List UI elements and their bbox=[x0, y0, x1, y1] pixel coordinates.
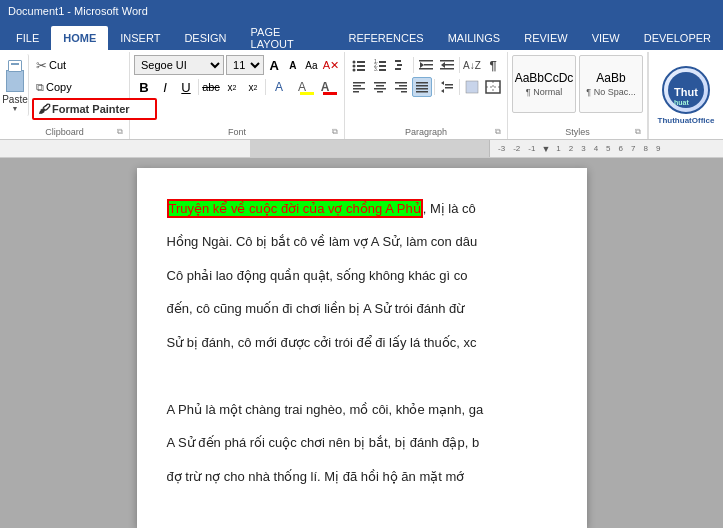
sort-button[interactable]: A↓Z bbox=[462, 55, 482, 75]
paragraph-expand-icon[interactable]: ⧉ bbox=[495, 127, 505, 137]
svg-rect-25 bbox=[353, 88, 365, 90]
superscript-button[interactable]: x2 bbox=[243, 77, 263, 97]
font-grow-button[interactable]: A bbox=[266, 55, 283, 75]
highlight-color-button[interactable]: A bbox=[291, 77, 313, 97]
subscript-button[interactable]: x2 bbox=[222, 77, 242, 97]
copy-icon: ⧉ bbox=[36, 81, 44, 94]
paragraph-6: A Phủ là một chàng trai nghèo, mồ côi, k… bbox=[167, 399, 557, 420]
logo-area: Thut huat ThuthuatOffice bbox=[648, 52, 723, 139]
tab-design[interactable]: DESIGN bbox=[172, 26, 238, 50]
multilevel-list-button[interactable] bbox=[391, 55, 411, 75]
svg-marker-39 bbox=[441, 81, 444, 85]
tab-insert[interactable]: INSERT bbox=[108, 26, 172, 50]
underline-button[interactable]: U bbox=[176, 77, 196, 97]
clipboard-expand-icon[interactable]: ⧉ bbox=[117, 127, 127, 137]
paragraph-spacer bbox=[167, 365, 557, 386]
paragraph-2: Hồng Ngài. Cô bị bắt cô về làm vợ A Sử, … bbox=[167, 231, 557, 252]
tab-review[interactable]: REVIEW bbox=[512, 26, 579, 50]
tab-home[interactable]: HOME bbox=[51, 26, 108, 50]
align-center-button[interactable] bbox=[370, 77, 390, 97]
highlight-icon: A bbox=[298, 80, 306, 94]
cut-label: Cut bbox=[49, 59, 66, 71]
svg-rect-36 bbox=[416, 85, 428, 87]
font-size-select[interactable]: 11.5 bbox=[226, 55, 264, 75]
format-painter-label: Format Painter bbox=[52, 103, 130, 115]
ruler: -3 -2 -1 ▼ 1 2 3 4 5 6 7 8 9 bbox=[0, 140, 723, 158]
copy-label: Copy bbox=[46, 81, 72, 93]
decrease-indent-button[interactable] bbox=[416, 55, 436, 75]
svg-rect-21 bbox=[445, 64, 454, 66]
font-name-select[interactable]: Segoe UI bbox=[134, 55, 224, 75]
increase-indent-button[interactable] bbox=[437, 55, 457, 75]
separator1 bbox=[198, 79, 199, 95]
numbering-button[interactable]: 1.2.3. bbox=[370, 55, 390, 75]
paste-button[interactable]: Paste ▼ bbox=[2, 54, 29, 116]
svg-rect-9 bbox=[379, 65, 386, 67]
svg-rect-18 bbox=[419, 68, 433, 70]
tab-view[interactable]: VIEW bbox=[580, 26, 632, 50]
page[interactable]: Truyện kể về cuộc đời của vợ chồng A Phủ… bbox=[137, 168, 587, 528]
svg-point-4 bbox=[353, 69, 356, 72]
title-bar: Document1 - Microsoft Word bbox=[0, 0, 723, 22]
font-color-button[interactable]: A bbox=[314, 77, 336, 97]
align-right-button[interactable] bbox=[391, 77, 411, 97]
cut-icon: ✂ bbox=[36, 58, 47, 73]
change-case-button[interactable]: Aa bbox=[303, 55, 320, 75]
paragraph-5: Sử bị đánh, cô mới được cởi trói để đi l… bbox=[167, 332, 557, 353]
svg-rect-5 bbox=[357, 69, 365, 71]
svg-text:huat: huat bbox=[674, 99, 689, 106]
separator2 bbox=[265, 79, 266, 95]
svg-point-2 bbox=[353, 65, 356, 68]
svg-rect-41 bbox=[445, 84, 453, 86]
tab-page-layout[interactable]: PAGE LAYOUT bbox=[239, 26, 337, 50]
sep6 bbox=[459, 79, 460, 95]
italic-button[interactable]: I bbox=[155, 77, 175, 97]
paragraph-group-label: Paragraph bbox=[345, 127, 507, 137]
svg-rect-33 bbox=[395, 88, 407, 90]
svg-rect-27 bbox=[374, 82, 386, 84]
font-expand-icon[interactable]: ⧉ bbox=[332, 127, 342, 137]
paragraph-8: đợ trừ nợ cho nhà thống lí. Mị đã hồi hộ… bbox=[167, 466, 557, 487]
paragraph-1: Truyện kể về cuộc đời của vợ chồng A Phủ… bbox=[167, 198, 557, 219]
shading-button[interactable] bbox=[462, 77, 482, 97]
svg-rect-13 bbox=[397, 64, 402, 66]
paragraph-3: Cô phải lao động quần quật, sống không k… bbox=[167, 265, 557, 286]
show-formatting-button[interactable]: ¶ bbox=[483, 55, 503, 75]
svg-rect-43 bbox=[466, 81, 478, 93]
align-justify-button[interactable] bbox=[412, 77, 432, 97]
styles-expand-icon[interactable]: ⧉ bbox=[635, 127, 645, 137]
font-group: Segoe UI 11.5 A A Aa A✕ B I U abc x2 x2 … bbox=[130, 52, 345, 139]
svg-rect-26 bbox=[353, 91, 359, 93]
svg-rect-12 bbox=[395, 60, 401, 62]
tab-developer[interactable]: DEVELOPER bbox=[632, 26, 723, 50]
svg-rect-30 bbox=[377, 91, 383, 93]
svg-rect-14 bbox=[395, 68, 401, 70]
align-left-button[interactable] bbox=[349, 77, 369, 97]
line-spacing-button[interactable] bbox=[437, 77, 457, 97]
borders-button[interactable] bbox=[483, 77, 503, 97]
bold-button[interactable]: B bbox=[134, 77, 154, 97]
sep5 bbox=[434, 79, 435, 95]
font-shrink-button[interactable]: A bbox=[285, 55, 302, 75]
sep4 bbox=[459, 57, 460, 73]
style-no-spacing[interactable]: AaBb ¶ No Spac... bbox=[579, 55, 643, 113]
text-effects-button[interactable]: A bbox=[268, 77, 290, 97]
logo-text: ThuthuatOffice bbox=[658, 116, 715, 125]
style-normal[interactable]: AaBbCcDc ¶ Normal bbox=[512, 55, 576, 113]
styles-group: AaBbCcDc ¶ Normal AaBb ¶ No Spac... Styl… bbox=[508, 52, 648, 139]
tab-file[interactable]: FILE bbox=[4, 26, 51, 50]
clear-format-button[interactable]: A✕ bbox=[322, 55, 340, 75]
format-painter-icon: 🖌 bbox=[38, 102, 50, 116]
svg-point-0 bbox=[353, 61, 356, 64]
svg-rect-34 bbox=[401, 91, 407, 93]
svg-rect-35 bbox=[416, 82, 428, 84]
svg-rect-31 bbox=[395, 82, 407, 84]
svg-rect-37 bbox=[416, 88, 428, 90]
sep3 bbox=[413, 57, 414, 73]
svg-rect-16 bbox=[419, 60, 433, 62]
bullets-button[interactable] bbox=[349, 55, 369, 75]
svg-marker-40 bbox=[441, 89, 444, 93]
strikethrough-button[interactable]: abc bbox=[201, 77, 221, 97]
tab-references[interactable]: REFERENCES bbox=[336, 26, 435, 50]
tab-mailings[interactable]: MAILINGS bbox=[436, 26, 513, 50]
